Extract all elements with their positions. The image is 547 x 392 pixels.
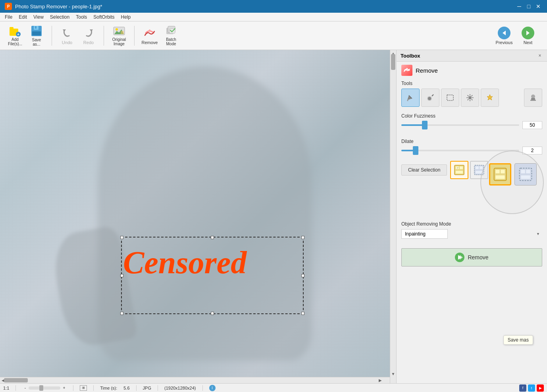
original-image-label: OriginalImage — [112, 37, 126, 46]
save-mask-button[interactable] — [450, 161, 468, 179]
save-as-button[interactable]: Saveas... — [26, 24, 47, 48]
previous-button[interactable]: Previous — [493, 24, 515, 48]
zoom-slider[interactable] — [29, 386, 60, 390]
canvas-area[interactable]: Censored ▲ ▼ ◀ — [0, 50, 396, 383]
toolbox-close-button[interactable]: × — [537, 52, 543, 59]
toolbar-separator-2 — [104, 26, 104, 46]
menu-bar: File Edit View Selection Tools SoftOrbit… — [0, 13, 547, 21]
status-sep-1 — [15, 385, 16, 391]
app-icon: P — [5, 3, 12, 10]
original-image-button[interactable]: OriginalImage — [109, 24, 129, 48]
zoom-slider-thumb[interactable] — [39, 385, 43, 391]
mode-select[interactable]: Inpainting Content-Aware Fill Fast Inpai… — [401, 229, 448, 239]
info-icon[interactable]: i — [209, 385, 216, 391]
youtube-icon[interactable]: ▶ — [537, 384, 544, 392]
remove-main-icon — [455, 253, 464, 262]
dilate-track[interactable] — [401, 150, 519, 151]
status-sep-3 — [93, 385, 94, 391]
remove-main-label: Remove — [468, 254, 488, 261]
next-label: Next — [524, 40, 533, 45]
rect-select-tool-button[interactable] — [441, 89, 459, 107]
menu-view[interactable]: View — [30, 14, 47, 21]
clear-selection-button[interactable]: Clear Selection — [401, 164, 447, 176]
svg-marker-50 — [460, 255, 463, 260]
remove-main-button[interactable]: Remove — [401, 248, 542, 266]
add-files-button[interactable]: + AddFile(s)... — [5, 24, 25, 48]
color-fuzziness-thumb[interactable] — [422, 121, 428, 129]
toolbar-right: Previous Next — [493, 24, 544, 48]
previous-icon — [498, 27, 510, 39]
stamp-tool-button[interactable] — [524, 89, 542, 107]
batch-mode-button[interactable]: BatchMode — [161, 24, 181, 48]
add-files-label: AddFile(s)... — [8, 37, 22, 46]
window-title: Photo Stamp Remover - people-1.jpg* — [15, 4, 102, 10]
zoom-minus-button[interactable]: - — [22, 385, 28, 391]
remove-button-section: Remove — [397, 242, 547, 271]
twitter-icon[interactable]: t — [528, 384, 535, 392]
svg-marker-17 — [503, 31, 506, 35]
vertical-scroll-thumb[interactable] — [391, 54, 395, 70]
menu-softorbits[interactable]: SoftOrbits — [90, 14, 117, 21]
toolbox-header: Toolbox × — [397, 50, 547, 62]
status-sep-2 — [73, 385, 73, 391]
time-value: 5.6 — [123, 386, 129, 390]
pencil-tool-button[interactable] — [401, 89, 420, 107]
remove-toolbar-button[interactable]: Remove — [139, 24, 160, 48]
status-sep-5 — [158, 385, 158, 391]
menu-file[interactable]: File — [2, 14, 15, 21]
magic-wand-tool-button[interactable] — [421, 89, 439, 107]
color-fuzziness-input[interactable] — [522, 121, 542, 129]
svg-text:+: + — [17, 32, 19, 37]
social-icons: f t ▶ — [519, 384, 544, 392]
scroll-right-button[interactable]: ▶ — [377, 377, 383, 383]
minimize-button[interactable]: ─ — [515, 2, 523, 10]
svg-rect-13 — [149, 29, 150, 31]
auto-tool-button[interactable] — [481, 89, 499, 107]
dimensions-label: (1920x1280x24) — [164, 386, 196, 390]
previous-label: Previous — [496, 40, 513, 45]
settings-tool-button[interactable] — [461, 89, 479, 107]
svg-rect-6 — [32, 31, 41, 35]
add-files-icon: + — [9, 25, 21, 37]
status-bar: 1:1 - + ⊞ Time (s): 5.6 JPG (1920x1280x2… — [0, 383, 547, 392]
batch-mode-icon — [165, 25, 177, 37]
redo-icon — [82, 27, 95, 39]
menu-tools[interactable]: Tools — [73, 14, 90, 21]
svg-rect-46 — [521, 170, 525, 173]
maximize-button[interactable]: □ — [525, 2, 533, 10]
zoom-ratio: 1:1 — [3, 386, 9, 390]
svg-rect-12 — [121, 31, 124, 34]
zoom-controls: - + — [22, 385, 67, 391]
svg-rect-48 — [521, 176, 530, 179]
vertical-scrollbar[interactable]: ▲ ▼ — [390, 50, 396, 383]
horizontal-scroll-thumb[interactable] — [4, 378, 28, 382]
tools-label: Tools — [401, 81, 542, 86]
original-image-icon — [113, 25, 125, 37]
menu-selection[interactable]: Selection — [47, 14, 73, 21]
svg-marker-8 — [63, 29, 66, 32]
horizontal-scrollbar[interactable]: ◀ ▶ — [0, 377, 390, 383]
dilate-thumb[interactable] — [413, 146, 418, 155]
fit-window-button[interactable]: ⊞ — [80, 385, 87, 391]
svg-rect-22 — [406, 68, 408, 69]
object-removing-mode-section: Object Removing Mode Inpainting Content-… — [397, 218, 547, 242]
svg-rect-38 — [476, 166, 479, 169]
facebook-icon[interactable]: f — [519, 384, 526, 392]
next-button[interactable]: Next — [517, 24, 539, 48]
svg-point-25 — [428, 97, 431, 100]
svg-rect-32 — [530, 100, 536, 101]
undo-button[interactable]: Undo — [57, 24, 77, 48]
redo-button[interactable]: Redo — [78, 24, 99, 48]
menu-help[interactable]: Help — [118, 14, 134, 21]
menu-edit[interactable]: Edit — [15, 14, 30, 21]
scroll-down-button[interactable]: ▼ — [390, 371, 396, 377]
status-sep-6 — [202, 385, 203, 391]
color-fuzziness-track[interactable] — [401, 124, 519, 126]
svg-rect-7 — [35, 26, 37, 29]
magnification-circle — [480, 151, 544, 214]
zoom-plus-button[interactable]: + — [61, 385, 67, 391]
status-sep-4 — [136, 385, 137, 391]
toolbar: + AddFile(s)... Saveas... — [0, 21, 547, 50]
close-button[interactable]: ✕ — [534, 2, 542, 10]
toolbar-separator-1 — [52, 26, 52, 46]
